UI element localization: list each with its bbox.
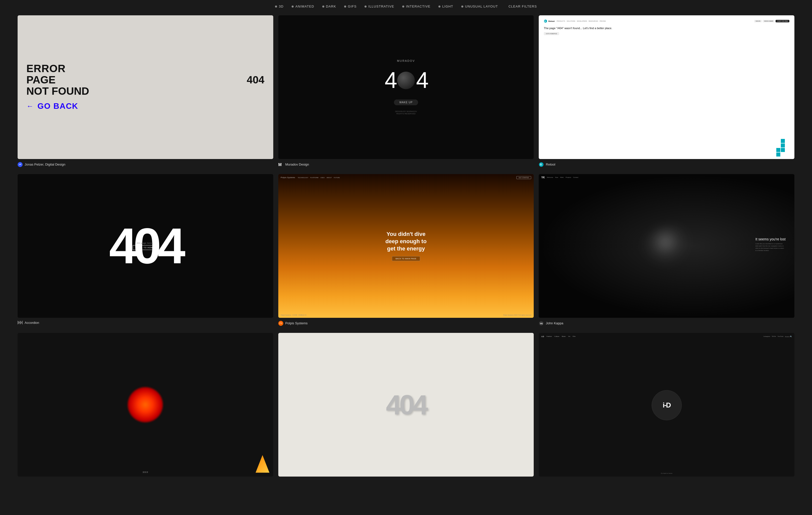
error-page: PAGE (26, 74, 56, 86)
thumbnail-jonas-pelzer[interactable]: ERROR PAGE 404 NOT FOUND ← GO BACK (18, 15, 273, 159)
kappa-link-welcome: Welcome (547, 177, 553, 178)
card-meta-muradov: M Muradov Design (278, 159, 534, 169)
dot-interactive (402, 5, 404, 7)
dot-animated (292, 5, 294, 7)
dot-light (438, 5, 440, 7)
dot-3d (275, 5, 277, 7)
thumbnail-muradov[interactable]: MURADOV 4 4 WAKE UP DESIGN BY MURADOVRIG… (278, 15, 534, 159)
filter-nav: 3D ANIMATED DARK GIFS ILLUSTRATIVE INTER… (0, 0, 812, 13)
card-gray-404[interactable]: 404 (276, 330, 536, 479)
kappa-link-work: Work (560, 177, 563, 178)
accordion-back-btn[interactable]: BACK TO HOME (133, 245, 158, 250)
id-social-links: Instagram TikTok YouTube Search 🔍 (763, 336, 792, 337)
nav-item-animated[interactable]: ANIMATED (292, 4, 314, 8)
retool-logo-icon: R (544, 19, 547, 23)
kappa-link-projects: Projects (566, 177, 571, 178)
kappa-link-contact: Contact (573, 177, 578, 178)
polpis-dive-btn[interactable]: BACK TO MAIN PAGE (392, 256, 420, 261)
svg-text:R: R (540, 163, 542, 166)
thumbnail-retool[interactable]: R Retool PRODUCTS SOLUTIONS DEVELOPERS R… (539, 15, 794, 159)
wake-up-button[interactable]: WAKE UP (394, 99, 418, 105)
error-404-num: 404 (247, 74, 264, 86)
svg-rect-7 (19, 322, 20, 323)
card-meta-retool: R Retool (539, 159, 794, 169)
muradov-sphere (397, 71, 415, 89)
lost-desc: Looks like you stumbled on a mysterious … (755, 243, 786, 252)
card-jonas-pelzer[interactable]: ERROR PAGE 404 NOT FOUND ← GO BACK JP Jo… (15, 13, 276, 172)
card-title-accordion: Accordion (25, 321, 39, 325)
thumbnail-polpis[interactable]: Polpis Systems TECHNOLOGY PLATFORM USES … (278, 174, 534, 318)
avatar-jonas: JP (18, 162, 23, 167)
go-back-row[interactable]: ← GO BACK (26, 101, 78, 111)
dot-dark (322, 5, 324, 7)
card-title-retool: Retool (546, 162, 555, 166)
svg-rect-6 (18, 321, 19, 324)
thumbnail-gray-404[interactable]: 404 (278, 333, 534, 477)
orange-triangle (256, 455, 269, 473)
retool-goto-btn[interactable]: GOTO HOMEPAGE (544, 32, 559, 35)
avatar-polpis: PS (278, 321, 283, 326)
card-title-jonas: Jonas Pelzer, Digital Design (25, 162, 65, 166)
error-not-found: NOT FOUND (26, 86, 89, 96)
id-youtube[interactable]: YouTube (778, 336, 784, 337)
id-nav-film: Film (573, 336, 575, 337)
dot-illustrative (365, 5, 367, 7)
polpis-link-platform: PLATFORM (310, 177, 318, 178)
retool-nav-buttons: SIGN IN BOOK A DEMO START FOR FREE (754, 20, 789, 22)
id-nav: i-D Fashion Culture Music Art Film Insta… (541, 335, 792, 338)
card-id-magazine[interactable]: i-D Fashion Culture Music Art Film Insta… (536, 330, 797, 479)
nav-item-unusual-layout[interactable]: UNUSUAL LAYOUT (461, 4, 498, 8)
nav-item-illustrative[interactable]: ILLUSTRATIVE (365, 4, 394, 8)
retool-decorative-shape (776, 139, 789, 156)
retool-nav-links: PRODUCTS SOLUTIONS DEVELOPERS RESOURCES … (557, 20, 606, 22)
retool-link-resources: RESOURCES (588, 20, 598, 22)
retool-brand: Retool (548, 20, 555, 22)
retool-demo-btn[interactable]: BOOK A DEMO (763, 20, 775, 22)
thumbnail-accordion[interactable]: 404 404 page here... BACK TO HOME (18, 174, 273, 318)
nav-item-gifs[interactable]: GIFS (344, 4, 357, 8)
lost-text-block: It seems you're lost Looks like you stum… (755, 237, 786, 252)
thumbnail-glow[interactable]: 渺渺渺 (18, 333, 273, 477)
dot-unusual (461, 5, 463, 7)
nav-item-dark[interactable]: DARK (322, 4, 336, 8)
retool-start-btn[interactable]: START FOR FREE (776, 20, 789, 22)
card-muradov[interactable]: MURADOV 4 4 WAKE UP DESIGN BY MURADOVRIG… (276, 13, 536, 172)
retool-link-developers: DEVELOPERS (577, 20, 587, 22)
id-tiktok[interactable]: TikTok (772, 336, 776, 337)
polpis-cta[interactable]: GET STARTED (516, 176, 531, 179)
retool-link-products: PRODUCTS (557, 20, 565, 22)
go-back-label: GO BACK (37, 101, 78, 111)
nav-item-3d[interactable]: 3D (275, 4, 284, 8)
id-circle-logo: i-D (651, 390, 682, 420)
card-title-muradov: Muradov Design (285, 162, 309, 166)
nav-item-interactive[interactable]: INTERACTIVE (402, 4, 430, 8)
thumbnail-id-magazine[interactable]: i-D Fashion Culture Music Art Film Insta… (539, 333, 794, 477)
id-footer: Go back to home (541, 473, 792, 474)
polpis-link-about: ABOUT (326, 177, 332, 178)
accordion-overlay: 404 page here... BACK TO HOME (133, 242, 158, 250)
polpis-link-tech: TECHNOLOGY (298, 177, 308, 178)
clear-filters-button[interactable]: CLEAR FILTERS (509, 4, 537, 8)
muradov-footer: DESIGN BY MURADOVRIGHTS RESERVED (395, 110, 417, 115)
card-polpis[interactable]: Polpis Systems TECHNOLOGY PLATFORM USES … (276, 172, 536, 330)
svg-rect-9 (21, 321, 21, 324)
id-main: i-D (541, 340, 792, 471)
card-meta-accordion: Accordion (18, 318, 273, 327)
retool-signin-btn[interactable]: SIGN IN (754, 20, 762, 22)
card-retool[interactable]: R Retool PRODUCTS SOLUTIONS DEVELOPERS R… (536, 13, 797, 172)
id-search[interactable]: Search 🔍 (785, 336, 792, 337)
nav-item-light[interactable]: LIGHT (438, 4, 453, 8)
id-instagram[interactable]: Instagram (763, 336, 770, 337)
card-john-kappa[interactable]: YK Welcome Now Work Projects Contact It … (536, 172, 797, 330)
polpis-link-uses: USES (321, 177, 324, 178)
svg-rect-10 (21, 322, 22, 323)
glow-sphere (128, 387, 163, 422)
retool-body-text: The page "/404" wasn't found... Let's fi… (544, 26, 691, 30)
polpis-links: TECHNOLOGY PLATFORM USES ABOUT FUTURE (298, 177, 340, 178)
svg-rect-5 (18, 321, 18, 324)
card-accordion[interactable]: 404 404 page here... BACK TO HOME Accord… (15, 172, 276, 330)
retool-link-pricing: PRICING (600, 20, 606, 22)
lost-title: It seems you're lost (755, 237, 786, 241)
thumbnail-john-kappa[interactable]: YK Welcome Now Work Projects Contact It … (539, 174, 794, 318)
card-glow[interactable]: 渺渺渺 (15, 330, 276, 479)
